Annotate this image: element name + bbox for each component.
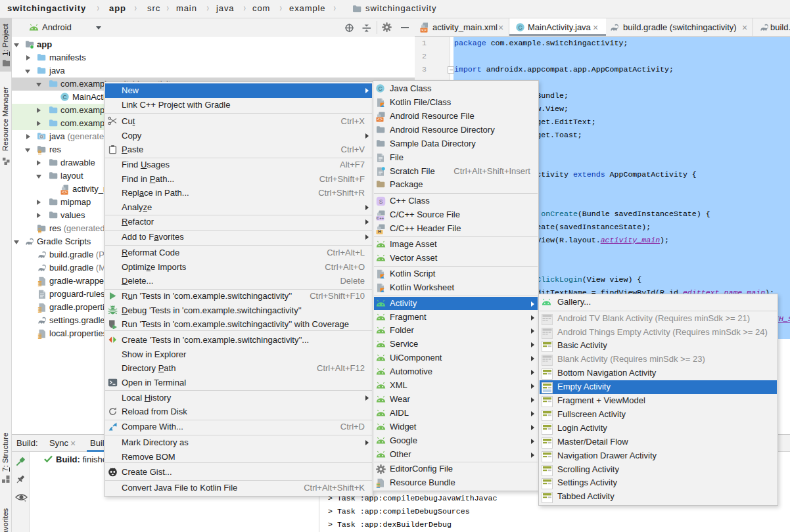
svg-text:C: C	[378, 85, 382, 92]
svg-text:<>: <>	[421, 28, 427, 33]
svg-text:<>: <>	[377, 117, 383, 122]
svg-text:C++: C++	[377, 216, 384, 220]
svg-text:<>: <>	[62, 190, 67, 195]
svg-text:H: H	[378, 229, 381, 234]
svg-text:C: C	[518, 24, 522, 31]
svg-text:C: C	[62, 94, 66, 100]
svg-text:S: S	[379, 198, 383, 204]
